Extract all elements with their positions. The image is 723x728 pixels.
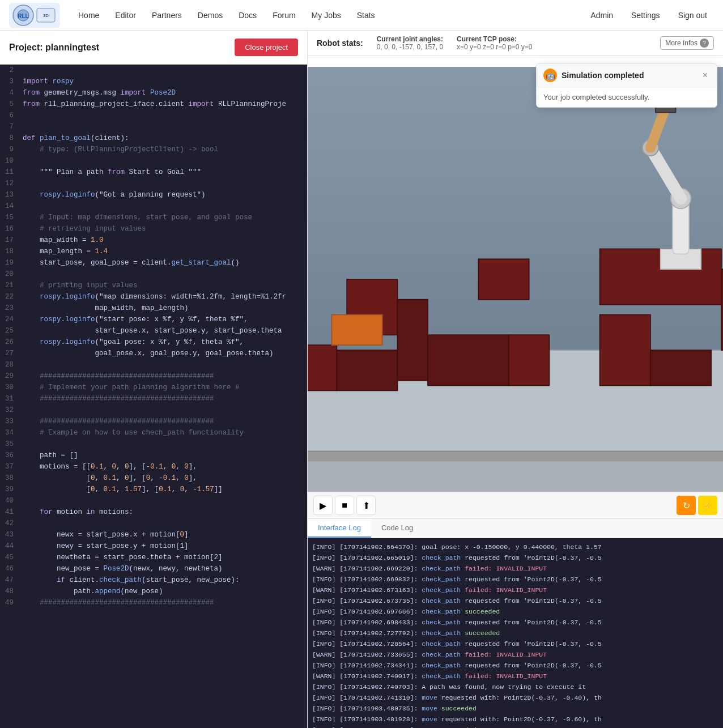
svg-rect-13 [397,300,428,381]
line-code: ########################################… [20,393,216,405]
tab-code-log[interactable]: Code Log [371,519,423,538]
line-number: 46 [0,563,20,574]
stop-button[interactable]: ■ [335,496,354,515]
line-code [20,121,29,133]
refresh-button[interactable]: ↻ [677,496,696,515]
line-number: 14 [0,201,20,212]
check-path-link[interactable]: check_path [422,629,461,637]
move-link[interactable]: move [422,694,437,701]
log-line: [WARN] [1707141902.733655]: check_path f… [312,649,718,660]
line-number: 7 [0,121,20,133]
code-line: 41 for motion in motions: [0,506,307,518]
code-editor[interactable]: 2 3import rospy4from geometry_msgs.msg i… [0,65,307,728]
play-button[interactable]: ▶ [313,496,333,515]
line-code [20,405,29,416]
line-number: 25 [0,325,20,337]
line-number: 48 [0,586,20,597]
check-path-link[interactable]: check_path [422,597,461,604]
code-line: 31 #####################################… [0,393,307,405]
line-code: motions = [[0.1, 0, 0], [-0.1, 0, 0], [20,461,199,472]
logo: RLL 3D [9,3,60,28]
line-code: map_width, map_length) [20,303,191,314]
check-path-link[interactable]: check_path [422,565,461,572]
line-code: import rospy [20,76,76,87]
line-code: [0, 0.1, 0], [0, -0.1, 0], [20,472,199,484]
line-code: # Implement your path planning algorithm… [20,382,242,393]
code-line: 42 [0,518,307,529]
joint-angles-info: Current joint angles: 0, 0, 0, -157, 0, … [377,35,443,51]
nav-partners[interactable]: Partners [145,7,189,23]
line-number: 19 [0,257,20,269]
nav-home[interactable]: Home [71,7,106,23]
nav-admin[interactable]: Admin [584,7,620,23]
log-content[interactable]: [INFO] [1707141902.664370]: goal pose: x… [308,538,723,728]
check-path-link[interactable]: check_path [422,576,461,583]
check-path-link[interactable]: check_path [422,554,461,561]
code-line: 14 [0,201,307,212]
check-path-link[interactable]: check_path [422,651,461,658]
check-path-link[interactable]: check_path [422,672,461,680]
line-number: 39 [0,484,20,495]
code-line: 13 rospy.loginfo("Got a planning request… [0,189,307,201]
close-project-button[interactable]: Close project [235,39,298,56]
line-number: 3 [0,76,20,87]
viewport-controls: ▶ ■ ⬆ ↻ ⚡ [308,492,723,518]
code-line: 32 [0,405,307,416]
line-number: 29 [0,371,20,382]
log-line: [INFO] [1707141902.727792]: check_path s… [312,628,718,638]
top-nav: RLL 3D Home Editor Partners Demos Docs F… [0,0,723,31]
svg-rect-10 [308,345,337,390]
line-code [20,155,29,167]
code-line: 12 [0,178,307,189]
nav-links: Home Editor Partners Demos Docs Forum My… [71,7,579,23]
code-line: 47 if client.check_path(start_pose, new_… [0,574,307,586]
check-path-link[interactable]: check_path [422,608,461,615]
line-code: start_pose.x, start_pose.y, start_pose.t… [20,325,284,337]
log-line: [INFO] [1707141903.480735]: move succeed… [312,703,718,714]
line-code: newtheta = start_pose.theta + motion[2] [20,552,225,563]
move-link[interactable]: move [422,716,437,723]
line-code: newx = start_pose.x + motion[0] [20,529,191,540]
refresh-icon: ↻ [683,500,690,511]
nav-editor[interactable]: Editor [108,7,143,23]
line-number: 28 [0,359,20,371]
nav-my-jobs[interactable]: My Jobs [305,7,348,23]
code-line: 15 # Input: map dimensions, start pose, … [0,212,307,223]
log-panel: Interface Log Code Log [INFO] [170714190… [308,518,723,728]
code-line: 43 newx = start_pose.x + motion[0] [0,529,307,540]
line-code [20,495,29,506]
move-link[interactable]: move [422,705,437,712]
code-line: 11 """ Plan a path from Start to Goal ""… [0,167,307,178]
3d-viewport[interactable] [308,67,723,492]
check-path-link[interactable]: check_path [422,619,461,626]
line-code: rospy.loginfo("map dimensions: width=%1.… [20,291,288,303]
line-number: 35 [0,438,20,450]
line-code: ########################################… [20,416,216,427]
nav-forum[interactable]: Forum [266,7,302,23]
toast-close-button[interactable]: × [700,70,710,80]
line-code: # printing input values [20,280,140,291]
code-line: 16 # retrieving input values [0,223,307,235]
upload-button[interactable]: ⬆ [356,496,376,515]
check-path-link[interactable]: check_path [422,586,461,594]
check-path-link[interactable]: check_path [422,640,461,648]
tab-interface-log[interactable]: Interface Log [308,519,371,538]
svg-rect-19 [650,350,711,386]
main-container: Project: planningtest Close project 2 3i… [0,31,723,728]
line-number: 32 [0,405,20,416]
line-number: 30 [0,382,20,393]
bolt-button[interactable]: ⚡ [698,496,717,515]
nav-demos[interactable]: Demos [191,7,229,23]
code-line: 40 [0,495,307,506]
log-line: [INFO] [1707141902.728564]: check_path r… [312,638,718,649]
nav-settings[interactable]: Settings [624,7,667,23]
code-line: 3import rospy [0,76,307,87]
right-panel: Robot stats: Current joint angles: 0, 0,… [308,31,723,728]
nav-stats[interactable]: Stats [350,7,382,23]
more-infos-button[interactable]: More Infos ? [660,36,714,50]
nav-docs[interactable]: Docs [232,7,263,23]
code-line: 33 #####################################… [0,416,307,427]
stop-icon: ■ [342,500,347,510]
nav-signout[interactable]: Sign out [671,7,714,23]
check-path-link[interactable]: check_path [422,662,461,669]
